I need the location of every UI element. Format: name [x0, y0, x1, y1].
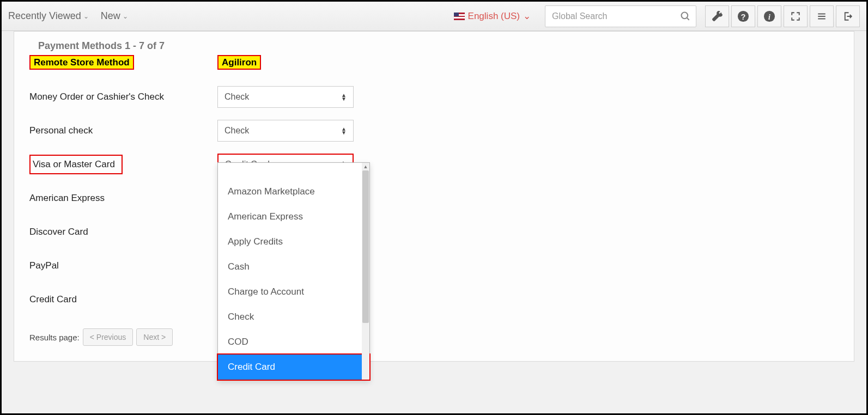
page-title: Payment Methods 1 - 7 of 7 [29, 40, 839, 52]
wrench-button[interactable] [705, 5, 729, 27]
sort-icon: ▲▼ [341, 127, 347, 135]
table-row: Money Order or Cashier's Check Check ▲▼ [29, 80, 839, 114]
row-label: Personal check [29, 125, 217, 136]
table-row: Credit Card [29, 283, 839, 316]
select-value: Check [224, 92, 249, 102]
row-label: American Express [29, 193, 217, 204]
search-icon[interactable] [680, 11, 691, 22]
table-row: American Express [29, 181, 839, 215]
svg-text:?: ? [741, 12, 746, 21]
scroll-thumb[interactable] [362, 170, 369, 323]
svg-text:i: i [768, 13, 770, 21]
scrollbar[interactable]: ▲ [362, 163, 369, 380]
svg-line-1 [687, 17, 689, 20]
dropdown-option[interactable]: COD [218, 329, 369, 355]
help-button[interactable]: ? [731, 5, 755, 27]
recently-viewed-menu[interactable]: Recently Viewed ⌄ [8, 10, 89, 22]
menu-button[interactable] [810, 5, 834, 27]
dropdown-option[interactable]: Charge to Account [218, 279, 369, 304]
topbar: Recently Viewed ⌄ New ⌄ English (US) ⌄ ? [2, 2, 866, 31]
table-row: Visa or Master Card Credit Card ▲▼ [29, 148, 839, 181]
fullscreen-button[interactable] [784, 5, 808, 27]
pager-label: Results page: [29, 333, 80, 342]
previous-button[interactable]: < Previous [83, 328, 133, 346]
payment-methods-card: Payment Methods 1 - 7 of 7 Remote Store … [14, 31, 854, 362]
dropdown-option[interactable]: Amazon Marketplace [218, 179, 369, 204]
row-label: PayPal [29, 260, 217, 271]
chevron-down-icon: ⌄ [523, 10, 531, 22]
flag-icon [454, 13, 465, 20]
row-label: Money Order or Cashier's Check [29, 91, 217, 102]
language-selector[interactable]: English (US) ⌄ [454, 10, 531, 22]
column-header-remote: Remote Store Method [29, 55, 134, 70]
row-label: Discover Card [29, 227, 217, 237]
new-menu[interactable]: New ⌄ [101, 10, 128, 22]
dropdown-option[interactable]: Check [218, 304, 369, 329]
row-label: Credit Card [29, 294, 217, 305]
select-value: Check [224, 126, 249, 136]
row-label-highlighted: Visa or Master Card [29, 155, 123, 174]
pagination: Results page: < Previous Next > [29, 328, 839, 346]
column-header-agiliron: Agiliron [217, 55, 261, 70]
table-row: Personal check Check ▲▼ [29, 114, 839, 148]
table-row: Discover Card [29, 215, 839, 249]
next-button[interactable]: Next > [136, 328, 173, 346]
svg-point-0 [682, 12, 688, 19]
scroll-up-icon[interactable]: ▲ [362, 163, 369, 170]
recently-viewed-label: Recently Viewed [8, 10, 81, 22]
payment-dropdown-list[interactable]: Amazon Marketplace American Express Appl… [217, 162, 370, 380]
dropdown-option[interactable]: Cash [218, 254, 369, 279]
new-menu-label: New [101, 10, 120, 22]
search-input[interactable] [545, 5, 696, 27]
dropdown-option[interactable]: American Express [218, 204, 369, 229]
payment-select[interactable]: Check ▲▼ [217, 86, 354, 108]
dropdown-option[interactable]: Apply Credits [218, 229, 369, 254]
chevron-down-icon: ⌄ [123, 13, 128, 20]
payment-select[interactable]: Check ▲▼ [217, 120, 354, 142]
chevron-down-icon: ⌄ [83, 13, 89, 20]
logout-button[interactable] [836, 5, 860, 27]
global-search[interactable] [545, 5, 696, 27]
info-button[interactable]: i [757, 5, 781, 27]
sort-icon: ▲▼ [341, 93, 347, 101]
language-label: English (US) [468, 11, 520, 22]
dropdown-option-selected[interactable]: Credit Card [217, 353, 371, 381]
dropdown-option-blank[interactable] [218, 163, 369, 179]
table-row: PayPal [29, 249, 839, 283]
